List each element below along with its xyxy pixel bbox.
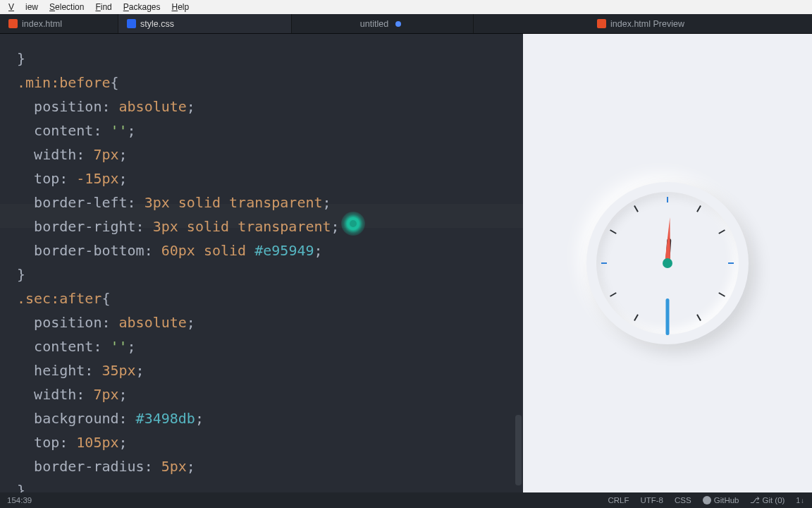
tick-3 [728,262,734,264]
menu-help[interactable]: Help [166,2,195,12]
menu-find[interactable]: Find [90,2,117,12]
menu-selection[interactable]: Selection [44,2,90,12]
modified-dot-icon [395,21,401,27]
tab-untitled[interactable]: untitled [292,14,474,33]
main-split: } .min:before{ position: absolute; conte… [0,34,812,492]
code-editor[interactable]: } .min:before{ position: absolute; conte… [0,34,523,492]
tab-label: untitled [360,19,388,29]
menu-bar: View Selection Find Packages Help [0,0,812,14]
tab-label: style.css [140,19,174,29]
status-language[interactable]: CSS [675,496,691,504]
active-line-highlight [0,204,523,228]
vertical-scrollbar[interactable] [515,415,522,485]
css-icon [127,19,136,28]
preview-pane [523,34,812,492]
tick-9 [601,262,607,264]
menu-packages[interactable]: Packages [118,2,166,12]
tab-label: index.html [22,19,62,29]
tab-bar: index.html style.css untitled index.html… [0,14,812,34]
analog-clock [586,182,749,344]
menu-view[interactable]: View [3,2,44,12]
status-eol[interactable]: CRLF [608,496,629,504]
status-bar: 154:39 CRLF UTF-8 CSS GitHub ⎇Git (0) 1↓ [0,492,812,508]
second-hand [666,298,670,335]
html-icon [597,19,606,28]
tab-label: index.html Preview [610,19,684,29]
status-encoding[interactable]: UTF-8 [640,496,663,504]
clock-center-icon [663,258,672,268]
tab-style-css[interactable]: style.css [118,14,292,33]
tab-preview[interactable]: index.html Preview [474,14,812,33]
status-github[interactable]: GitHub [703,496,739,504]
github-icon [703,496,711,504]
status-fetch[interactable]: 1↓ [796,497,805,504]
tick-12 [667,197,668,202]
status-git-branch[interactable]: ⎇Git (0) [750,495,785,505]
branch-icon: ⎇ [750,495,760,505]
cursor-indicator-icon [341,212,365,236]
cursor-position[interactable]: 154:39 [7,496,32,504]
html-icon [8,19,18,28]
code-content: } .min:before{ position: absolute; conte… [17,47,523,492]
tab-index-html[interactable]: index.html [0,14,118,33]
